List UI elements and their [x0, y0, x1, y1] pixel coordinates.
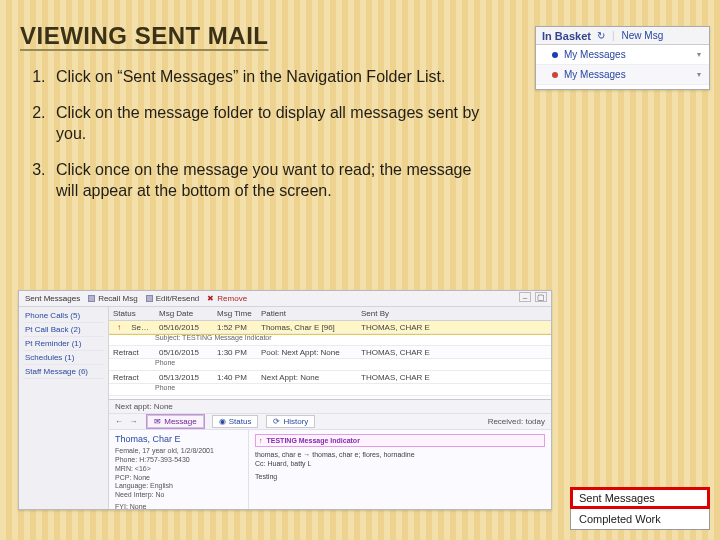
inbasket-item[interactable]: My Messages ▾ — [536, 45, 709, 65]
cell-date: 05/16/2015 — [155, 323, 213, 332]
remove-icon: ✖ — [207, 294, 214, 303]
message-preview: Next appt: None ← → ✉Message ◉Status ⟳Hi… — [109, 399, 551, 509]
edit-resend-button[interactable]: Edit/Resend — [146, 294, 200, 303]
status-icon: ◉ — [219, 417, 226, 426]
message-title: TESTING Message Indicator — [267, 437, 360, 444]
col-time[interactable]: Msg Time — [213, 309, 257, 318]
nav-sent-messages[interactable]: Sent Messages — [571, 488, 709, 508]
message-text: Testing — [255, 472, 545, 481]
cell-status: Retract — [109, 348, 155, 357]
recall-icon — [88, 295, 95, 302]
step-item: Click on the message folder to display a… — [50, 102, 490, 145]
table-row[interactable]: Retract 05/13/2015 1:40 PM Next Appt: No… — [109, 371, 551, 384]
tab-status[interactable]: ◉Status — [212, 415, 259, 428]
tab-history[interactable]: ⟳History — [266, 415, 315, 428]
sidebar-item[interactable]: Phone Calls (5) — [23, 309, 104, 323]
tab-label: Status — [229, 417, 252, 426]
cell-status: Sent — [127, 323, 151, 332]
arrow-up-icon: ↑ — [259, 437, 263, 444]
row-subject: Phone — [109, 384, 551, 396]
col-status[interactable]: Status — [109, 309, 155, 318]
bullet-icon — [552, 72, 558, 78]
patient-lang: Language: English — [115, 482, 242, 491]
row-subject: Subject: TESTING Message Indicator — [109, 334, 551, 346]
edit-label: Edit/Resend — [156, 294, 200, 303]
inbasket-item[interactable]: My Messages ▾ — [536, 65, 709, 85]
patient-interp: Need Interp: No — [115, 491, 242, 500]
nav-completed-work[interactable]: Completed Work — [571, 508, 709, 529]
tab-label: History — [283, 417, 308, 426]
message-body-area: ↑ TESTING Message Indicator thomas, char… — [249, 430, 551, 509]
instruction-list: Click on “Sent Messages” in the Navigati… — [0, 62, 490, 202]
patient-phone: Phone: H:757-393-5430 — [115, 456, 242, 465]
message-list: ↑ Sent 05/16/2015 1:52 PM Thomas, Char E… — [109, 321, 551, 399]
history-icon: ⟳ — [273, 417, 280, 426]
recall-label: Recall Msg — [98, 294, 138, 303]
cell-sentby: THOMAS, CHAR E — [357, 373, 551, 382]
arrow-up-icon: ↑ — [113, 323, 125, 332]
inbasket-item-label: My Messages — [564, 69, 626, 80]
cell-sentby: THOMAS, CHAR E — [357, 323, 551, 332]
table-row[interactable]: Retract 05/16/2015 1:30 PM Pool: Next Ap… — [109, 346, 551, 359]
patient-fyi: FYI: None — [115, 503, 242, 509]
cell-status: Retract — [109, 373, 155, 382]
edit-icon — [146, 295, 153, 302]
cell-patient: Thomas, Char E [96] — [257, 323, 357, 332]
col-date[interactable]: Msg Date — [155, 309, 213, 318]
cell-date: 05/16/2015 — [155, 348, 213, 357]
remove-button[interactable]: ✖Remove — [207, 294, 247, 303]
section-title: Sent Messages — [25, 294, 80, 303]
message-from: thomas, char e → thomas, char e; flores,… — [255, 450, 545, 459]
remove-label: Remove — [217, 294, 247, 303]
step-item: Click once on the message you want to re… — [50, 159, 490, 202]
message-cc: Cc: Huard, batty L — [255, 459, 545, 468]
preview-next-appt: Next appt: None — [109, 400, 551, 414]
column-headers: Status Msg Date Msg Time Patient Sent By — [109, 307, 551, 321]
cell-time: 1:40 PM — [213, 373, 257, 382]
tab-label: Message — [164, 417, 196, 426]
message-title-bar: ↑ TESTING Message Indicator — [255, 434, 545, 447]
inbasket-panel: In Basket ↻ | New Msg My Messages ▾ My M… — [535, 26, 710, 90]
nav-arrows[interactable]: ← → — [115, 417, 139, 426]
toolbar: Sent Messages Recall Msg Edit/Resend ✖Re… — [19, 291, 551, 307]
sidebar-item[interactable]: Staff Message (6) — [23, 365, 104, 379]
received-label: Received: today — [488, 417, 545, 426]
window-button[interactable]: – — [519, 292, 531, 302]
tab-message[interactable]: ✉Message — [147, 415, 203, 428]
patient-demo: Female, 17 year old, 1/2/8/2001 — [115, 447, 242, 456]
row-subject: Phone — [109, 359, 551, 371]
new-message-button[interactable]: New Msg — [622, 30, 664, 41]
sidebar-item[interactable]: Pt Reminder (1) — [23, 337, 104, 351]
inbasket-title: In Basket — [542, 30, 591, 42]
col-sentby[interactable]: Sent By — [357, 309, 551, 318]
cell-time: 1:52 PM — [213, 323, 257, 332]
table-row[interactable]: ↑ Sent 05/16/2015 1:52 PM Thomas, Char E… — [109, 321, 551, 334]
inbasket-item-label: My Messages — [564, 49, 626, 60]
cell-sentby: THOMAS, CHAR E — [357, 348, 551, 357]
folder-sidebar: Phone Calls (5) Pt Call Back (2) Pt Remi… — [19, 307, 109, 509]
folder-nav: Sent Messages Completed Work — [570, 487, 710, 530]
cell-extra: Pool: Next Appt: None — [257, 348, 357, 357]
window-button[interactable]: ▢ — [535, 292, 547, 302]
step-item: Click on “Sent Messages” in the Navigati… — [50, 66, 490, 88]
sidebar-item[interactable]: Pt Call Back (2) — [23, 323, 104, 337]
chevron-down-icon: ▾ — [697, 70, 701, 79]
patient-mrn: MRN: <16> — [115, 465, 242, 474]
chevron-down-icon: ▾ — [697, 50, 701, 59]
col-patient[interactable]: Patient — [257, 309, 357, 318]
sidebar-item[interactable]: Schedules (1) — [23, 351, 104, 365]
cell-time: 1:30 PM — [213, 348, 257, 357]
patient-sidebar: Thomas, Char E Female, 17 year old, 1/2/… — [109, 430, 249, 509]
bullet-icon — [552, 52, 558, 58]
refresh-icon[interactable]: ↻ — [597, 30, 605, 41]
cell-date: 05/13/2015 — [155, 373, 213, 382]
recall-button[interactable]: Recall Msg — [88, 294, 138, 303]
message-icon: ✉ — [154, 417, 161, 426]
sent-messages-window: – ▢ Sent Messages Recall Msg Edit/Resend… — [18, 290, 552, 510]
patient-name[interactable]: Thomas, Char E — [115, 434, 242, 445]
patient-pcp: PCP: None — [115, 474, 242, 483]
cell-extra: Next Appt: None — [257, 373, 357, 382]
